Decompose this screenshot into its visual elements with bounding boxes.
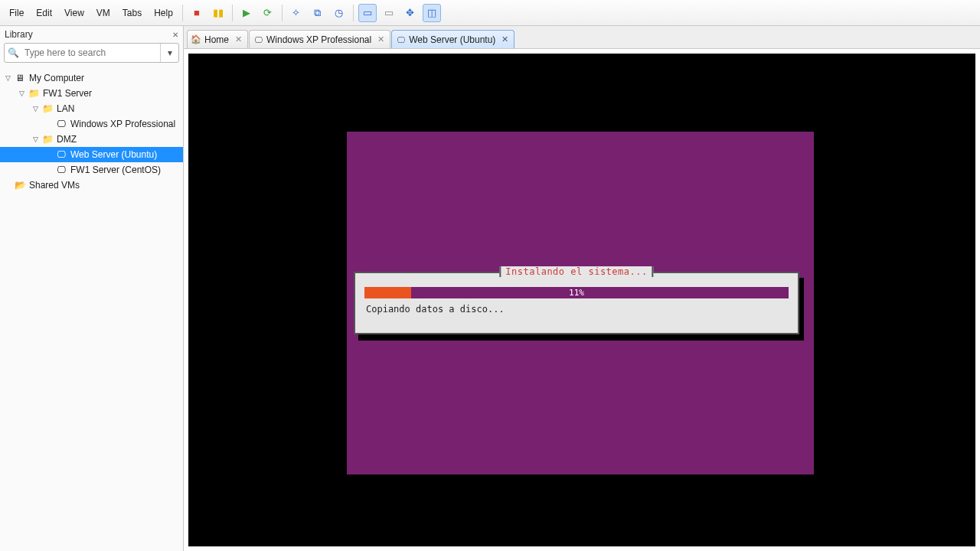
toolbar-separator [282,5,283,21]
search-input[interactable] [21,44,160,62]
tree-node-icon: 🖥 [14,73,26,83]
menu-file[interactable]: File [3,5,30,21]
installer-status: Copiando datos a disco... [366,304,505,315]
tree-node-icon: 🖵 [55,119,67,129]
tree-node-icon: 📁 [41,134,54,145]
pause-button[interactable]: ▮▮ [209,4,227,22]
tab-icon: 🏠 [191,34,201,44]
tree-node[interactable]: 📂Shared VMs [0,178,183,193]
tree-node-label: Web Server (Ubuntu) [70,149,157,160]
menu-tabs[interactable]: Tabs [116,5,148,21]
library-tree: ▽🖥My Computer▽📁FW1 Server▽📁LAN🖵Windows X… [0,67,183,551]
power-off-button[interactable]: ■ [188,4,206,22]
fit-guest-button[interactable]: ▭ [358,4,377,22]
play-button[interactable]: ▶ [237,4,256,22]
toolbar-separator [182,5,183,21]
library-sidebar: Library ✕ 🔍 ▾ ▽🖥My Computer▽📁FW1 Server▽… [0,26,184,551]
toolbar-separator [232,5,233,21]
tree-twisty-icon[interactable]: ▽ [17,90,26,97]
tree-node-icon: 🖵 [55,165,67,175]
tab-icon: 🖵 [395,35,406,44]
clock-button[interactable]: ◷ [330,4,348,22]
tree-node-icon: 📁 [28,88,40,99]
tree-node-label: My Computer [29,73,84,83]
tree-node-label: DMZ [57,134,77,145]
menu-bar: File Edit View VM Tabs Help ■ ▮▮ ▶ ⟳ ✧ ⧉… [0,0,980,26]
tree-node[interactable]: ▽📁LAN [0,101,183,116]
search-dropdown-icon[interactable]: ▾ [160,44,178,62]
tree-node[interactable]: ▽📁FW1 Server [0,86,183,101]
search-icon: 🔍 [5,44,21,62]
workspace-tab[interactable]: 🖵Web Server (Ubuntu)✕ [391,30,514,48]
unity-button[interactable]: ◫ [423,4,441,22]
snapshot-button[interactable]: ✧ [287,4,305,22]
tree-node-label: Shared VMs [29,180,80,191]
tree-node[interactable]: 🖵Windows XP Professional [0,116,183,132]
tree-twisty-icon[interactable]: ▽ [31,135,40,143]
console-view-button[interactable]: ▭ [380,4,398,22]
tree-node-icon: 📂 [14,180,26,191]
tree-node[interactable]: 🖵Web Server (Ubuntu) [0,147,183,162]
tree-twisty-icon[interactable]: ▽ [31,105,40,112]
tree-node-icon: 🖵 [55,149,67,160]
tree-node-icon: 📁 [41,103,54,114]
close-icon[interactable]: ✕ [500,34,509,44]
resize-nub [805,465,814,474]
tree-node[interactable]: ▽📁DMZ [0,132,183,147]
menu-view[interactable]: View [58,5,90,21]
tree-node-label: LAN [57,103,74,114]
tree-node-label: FW1 Server (CentOS) [70,165,161,175]
vm-console[interactable]: Instalando el sistema... 11% Copiando da… [188,54,975,546]
close-icon[interactable]: ✕ [234,34,243,44]
tree-node-label: Windows XP Professional [70,119,175,129]
tab-label: Web Server (Ubuntu) [409,34,495,45]
library-collapse-icon[interactable]: ✕ [172,31,178,39]
fullscreen-button[interactable]: ✥ [401,4,420,22]
tab-icon: 🖵 [253,35,263,44]
snapshot-manager-button[interactable]: ⧉ [309,4,327,22]
tree-node[interactable]: 🖵FW1 Server (CentOS) [0,162,183,178]
installer-progress: 11% [364,287,789,298]
library-search[interactable]: 🔍 ▾ [4,43,179,63]
workspace: 🏠Home✕🖵Windows XP Professional✕🖵Web Serv… [184,26,980,551]
close-icon[interactable]: ✕ [376,34,385,44]
toolbar-separator [353,5,354,21]
menu-vm[interactable]: VM [90,5,116,21]
library-title: Library [5,29,33,40]
installer-dialog: Instalando el sistema... 11% Copiando da… [354,272,799,334]
tab-label: Windows XP Professional [266,34,371,45]
installer-title: Instalando el sistema... [499,266,653,277]
menu-help[interactable]: Help [148,5,179,21]
workspace-tab[interactable]: 🏠Home✕ [187,30,248,48]
tree-node[interactable]: ▽🖥My Computer [0,70,183,86]
installer-progress-pct: 11% [364,287,789,298]
workspace-tab[interactable]: 🖵Windows XP Professional✕ [249,30,390,48]
tree-twisty-icon[interactable]: ▽ [3,74,12,82]
restart-button[interactable]: ⟳ [259,4,277,22]
workspace-tabs: 🏠Home✕🖵Windows XP Professional✕🖵Web Serv… [184,26,980,49]
menu-edit[interactable]: Edit [30,5,58,21]
tree-node-label: FW1 Server [43,88,92,99]
tab-label: Home [204,34,229,45]
